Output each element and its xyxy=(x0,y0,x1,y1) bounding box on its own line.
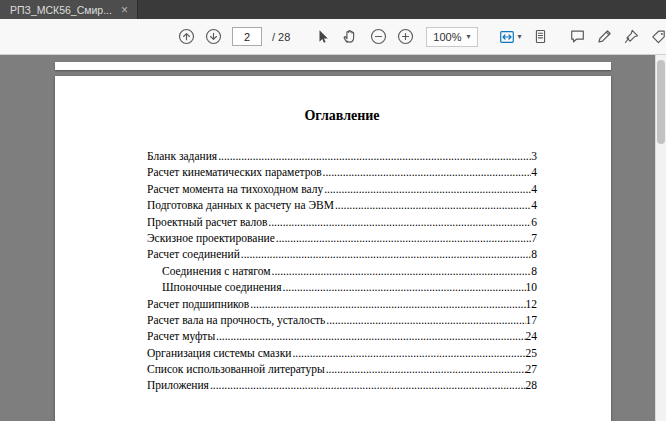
pdf-viewer-window: РПЗ_МСК56_Смир... × / 28 xyxy=(0,0,666,421)
toc-leader-dots: ........................................… xyxy=(240,248,531,260)
previous-page-button[interactable] xyxy=(178,27,195,46)
pen-nib-icon xyxy=(623,28,640,45)
minus-circle-icon xyxy=(370,28,387,45)
select-tool-button[interactable] xyxy=(314,27,331,46)
toc-item-page: 8 xyxy=(531,265,537,277)
toc-item-label: Список использованной литературы xyxy=(147,363,325,375)
toc-row: Расчет муфты............................… xyxy=(147,330,537,346)
page-1-bottom-edge xyxy=(55,62,611,70)
toc-row: Расчет соединений.......................… xyxy=(147,248,537,264)
page-number-input[interactable] xyxy=(232,27,262,46)
page-view-button[interactable] xyxy=(532,27,549,46)
toc-leader-dots: ........................................… xyxy=(217,150,531,162)
toc-row: Организация системы смазки..............… xyxy=(147,347,537,363)
toc-leader-dots: ........................................… xyxy=(334,199,531,211)
tab-title: РПЗ_МСК56_Смир... xyxy=(10,4,112,16)
toc-item-label: Расчет кинематических параметров xyxy=(147,166,322,178)
toc-row: Приложения..............................… xyxy=(147,379,537,395)
chevron-down-icon: ▾ xyxy=(518,33,522,41)
scrollbar-thumb[interactable] xyxy=(657,60,665,144)
toc-item-page: 4 xyxy=(531,166,537,178)
toc-item-label: Подготовка данных к расчету на ЭВМ xyxy=(147,199,334,211)
toc-row: Соединения с натягом....................… xyxy=(147,265,537,281)
fit-width-icon-strokes xyxy=(500,31,513,42)
zoom-out-button[interactable] xyxy=(370,27,387,46)
toc-item-label: Шпоночные соединения xyxy=(162,281,282,293)
toc-item-label: Эскизное проектирование xyxy=(147,232,275,244)
toc-item-page: 28 xyxy=(526,379,538,391)
toc-item-page: 4 xyxy=(531,183,537,195)
cursor-icon xyxy=(314,28,331,45)
toc-leader-dots: ........................................… xyxy=(271,265,532,277)
toc-leader-dots: ........................................… xyxy=(282,281,526,293)
toc-leader-dots: ........................................… xyxy=(267,216,531,228)
fill-sign-tool-button[interactable] xyxy=(623,27,640,46)
toc-item-page: 12 xyxy=(526,298,538,310)
toc-item-label: Соединения с натягом xyxy=(162,265,271,277)
zoom-level-value: 100% xyxy=(433,31,461,43)
document-viewport[interactable]: Оглавление Бланк задания................… xyxy=(0,55,666,421)
toc-row: Подготовка данных к расчету на ЭВМ......… xyxy=(147,199,537,215)
toc-row: Расчет момента на тихоходном валу.......… xyxy=(147,183,537,199)
toc-row: Расчет вала на прочность, усталость.....… xyxy=(147,314,537,330)
toc-item-page: 27 xyxy=(526,363,538,375)
toc-item-label: Расчет соединений xyxy=(147,248,240,260)
next-page-button[interactable] xyxy=(205,27,222,46)
close-icon[interactable]: × xyxy=(121,4,128,16)
toc-row: Бланк задания...........................… xyxy=(147,150,537,166)
page-view-icon xyxy=(532,28,549,45)
zoom-level-dropdown[interactable]: 100% ▾ xyxy=(426,27,477,47)
toc-row: Список использованной литературы........… xyxy=(147,363,537,379)
more-tools-button[interactable] xyxy=(650,27,666,46)
toc-leader-dots: ........................................… xyxy=(325,363,526,375)
toc-leader-dots: ........................................… xyxy=(322,166,532,178)
toc-row: Расчет подшипников......................… xyxy=(147,298,537,314)
plus-circle-icon xyxy=(397,28,414,45)
vertical-scrollbar[interactable] xyxy=(655,55,666,421)
hand-icon xyxy=(341,28,358,45)
fit-width-button[interactable]: ▾ xyxy=(498,27,522,46)
toc-row: Расчет кинематических параметров........… xyxy=(147,166,537,182)
toc-item-page: 17 xyxy=(526,314,538,326)
highlight-tool-button[interactable] xyxy=(596,27,613,46)
comment-tool-button[interactable] xyxy=(569,27,586,46)
toc-leader-dots: ........................................… xyxy=(215,330,525,342)
toc-title: Оглавление xyxy=(147,108,537,124)
toc-item-page: 8 xyxy=(531,248,537,260)
toc-leader-dots: ........................................… xyxy=(249,298,525,310)
chevron-down-icon: ▾ xyxy=(467,33,471,41)
document-tab[interactable]: РПЗ_МСК56_Смир... × xyxy=(0,0,138,19)
toc-item-page: 10 xyxy=(526,281,538,293)
page-count-label: / 28 xyxy=(272,31,290,43)
arrow-up-circle-icon xyxy=(178,28,195,45)
toc-item-label: Проектный расчет валов xyxy=(147,216,267,228)
toc-item-label: Бланк задания xyxy=(147,150,217,162)
toc-leader-dots: ........................................… xyxy=(323,183,531,195)
toc-item-label: Расчет вала на прочность, усталость xyxy=(147,314,325,326)
toc-item-page: 24 xyxy=(526,330,538,342)
toc-item-page: 25 xyxy=(526,347,538,359)
fit-width-icon xyxy=(498,28,516,46)
toc-item-label: Организация системы смазки xyxy=(147,347,291,359)
toc-leader-dots: ........................................… xyxy=(275,232,531,244)
toc-item-page: 3 xyxy=(531,150,537,162)
tab-bar: РПЗ_МСК56_Смир... × xyxy=(0,0,666,19)
toc-row: Проектный расчет валов..................… xyxy=(147,216,537,232)
toc-leader-dots: ........................................… xyxy=(325,314,525,326)
hand-tool-button[interactable] xyxy=(341,27,358,46)
toolbar: / 28 100% ▾ xyxy=(0,19,666,55)
highlighter-icon xyxy=(596,28,613,45)
toc-item-page: 7 xyxy=(531,232,537,244)
toc-item-label: Расчет муфты xyxy=(147,330,215,342)
toc-item-label: Расчет подшипников xyxy=(147,298,249,310)
tag-icon xyxy=(650,28,666,45)
toc-list: Бланк задания...........................… xyxy=(147,150,537,396)
comment-bubble-icon xyxy=(569,28,586,45)
toc-item-page: 4 xyxy=(531,199,537,211)
zoom-in-button[interactable] xyxy=(397,27,414,46)
toc-item-page: 6 xyxy=(531,216,537,228)
arrow-down-circle-icon xyxy=(205,28,222,45)
toc-leader-dots: ........................................… xyxy=(291,347,525,359)
toc-item-label: Приложения xyxy=(147,379,209,391)
toc-row: Шпоночные соединения....................… xyxy=(147,281,537,297)
